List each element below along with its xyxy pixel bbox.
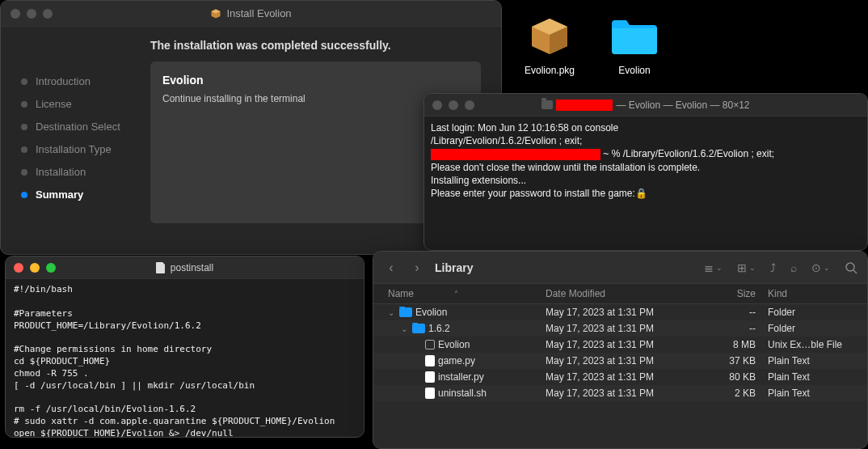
file-date: May 17, 2023 at 1:31 PM	[546, 388, 687, 399]
tags-button[interactable]: ⌕	[790, 261, 797, 274]
svg-line-6	[853, 270, 857, 273]
file-name: uninstall.sh	[438, 388, 487, 399]
file-date: May 17, 2023 at 1:31 PM	[546, 323, 687, 334]
disclosure-icon[interactable]: ⌄	[388, 308, 396, 317]
editor-content[interactable]: #!/bin/bash #Parameters PRODUCT_HOME=/Li…	[6, 279, 364, 438]
window-controls[interactable]	[14, 263, 56, 273]
file-size: --	[687, 307, 756, 318]
back-button[interactable]: ‹	[383, 261, 399, 275]
step-installation: Installation	[21, 166, 126, 178]
file-kind: Unix Ex…ble File	[756, 339, 853, 350]
file-kind: Plain Text	[756, 388, 853, 399]
file-name: installer.py	[438, 371, 484, 383]
desktop-folder[interactable]: Evolion	[602, 12, 667, 76]
terminal-window[interactable]: — Evolion — Evolion — 80×12 Last login: …	[423, 93, 868, 251]
installer-titlebar[interactable]: Install Evolion	[1, 1, 501, 27]
table-row[interactable]: EvolionMay 17, 2023 at 1:31 PM8 MBUnix E…	[373, 337, 867, 353]
editor-title-text: postinstall	[156, 262, 213, 273]
installer-title-text: Install Evolion	[210, 7, 291, 19]
terminal-titlebar[interactable]: — Evolion — Evolion — 80×12	[424, 94, 867, 116]
package-icon	[525, 12, 574, 61]
file-size: 80 KB	[687, 371, 756, 383]
disclosure-icon[interactable]: ⌄	[401, 324, 409, 333]
table-row[interactable]: game.pyMay 17, 2023 at 1:31 PM37 KBPlain…	[373, 353, 867, 369]
folder-icon	[412, 324, 425, 333]
forward-button[interactable]: ›	[409, 261, 425, 275]
file-name: Evolion	[415, 307, 447, 318]
redacted-icon	[556, 100, 613, 111]
finder-window[interactable]: ‹ › Library ≣ ⌄ ⊞ ⌄ ⤴ ⌕ ⊙ ⌄ Name˄ Date M…	[373, 251, 868, 449]
step-summary: Summary	[21, 188, 126, 201]
window-controls[interactable]	[432, 100, 474, 110]
table-row[interactable]: uninstall.shMay 17, 2023 at 1:31 PM2 KBP…	[373, 385, 867, 401]
document-icon	[425, 388, 435, 399]
group-button[interactable]: ⊞ ⌄	[737, 261, 756, 274]
share-button[interactable]: ⤴	[770, 261, 776, 274]
file-date: May 17, 2023 at 1:31 PM	[546, 355, 687, 366]
terminal-output[interactable]: Last login: Mon Jun 12 10:16:58 on conso…	[424, 116, 867, 205]
finder-toolbar: ‹ › Library ≣ ⌄ ⊞ ⌄ ⤴ ⌕ ⊙ ⌄	[373, 252, 867, 284]
desktop-label: Evolion.pkg	[517, 65, 582, 76]
document-icon	[425, 355, 435, 366]
executable-icon	[425, 340, 435, 349]
step-introduction: Introduction	[21, 75, 126, 87]
folder-icon	[541, 100, 553, 109]
search-icon[interactable]	[845, 261, 857, 274]
file-name: Evolion	[438, 339, 470, 350]
editor-titlebar[interactable]: postinstall	[6, 256, 364, 279]
document-icon	[156, 262, 166, 273]
file-size: 37 KB	[687, 355, 756, 366]
file-kind: Folder	[756, 323, 853, 334]
terminal-title-text: — Evolion — Evolion — 80×12	[541, 100, 749, 111]
file-date: May 17, 2023 at 1:31 PM	[546, 339, 687, 350]
list-view-button[interactable]: ≣ ⌄	[704, 261, 723, 274]
desktop-pkg[interactable]: Evolion.pkg	[517, 12, 582, 76]
folder-icon	[610, 12, 659, 61]
sort-caret-icon: ˄	[454, 290, 458, 299]
file-name: 1.6.2	[428, 323, 450, 334]
redacted-icon	[431, 149, 600, 160]
table-row[interactable]: ⌄1.6.2May 17, 2023 at 1:31 PM--Folder	[373, 320, 867, 337]
finder-rows: ⌄EvolionMay 17, 2023 at 1:31 PM--Folder⌄…	[373, 304, 867, 401]
table-row[interactable]: installer.pyMay 17, 2023 at 1:31 PM80 KB…	[373, 369, 867, 385]
editor-window[interactable]: postinstall #!/bin/bash #Parameters PROD…	[5, 256, 364, 438]
desktop-label: Evolion	[602, 65, 667, 76]
window-controls[interactable]	[11, 9, 53, 19]
table-row[interactable]: ⌄EvolionMay 17, 2023 at 1:31 PM--Folder	[373, 304, 867, 320]
file-kind: Plain Text	[756, 355, 853, 366]
file-kind: Folder	[756, 307, 853, 318]
step-destination: Destination Select	[21, 121, 126, 133]
file-date: May 17, 2023 at 1:31 PM	[546, 371, 687, 383]
step-type: Installation Type	[21, 143, 126, 155]
installer-steps: Introduction License Destination Select …	[1, 27, 146, 254]
document-icon	[425, 371, 435, 383]
file-size: --	[687, 323, 756, 334]
action-button[interactable]: ⊙ ⌄	[811, 261, 830, 274]
step-license: License	[21, 98, 126, 110]
file-size: 2 KB	[687, 388, 756, 399]
file-date: May 17, 2023 at 1:31 PM	[546, 307, 687, 318]
installer-panel-title: Evolion	[162, 74, 469, 87]
finder-location: Library	[435, 261, 694, 274]
file-size: 8 MB	[687, 339, 756, 350]
file-name: game.py	[438, 355, 475, 366]
folder-icon	[399, 307, 412, 317]
installer-headline: The installation was completed successfu…	[150, 39, 481, 52]
svg-point-5	[846, 263, 854, 271]
finder-column-header[interactable]: Name˄ Date Modified Size Kind	[373, 284, 867, 304]
file-kind: Plain Text	[756, 371, 853, 383]
